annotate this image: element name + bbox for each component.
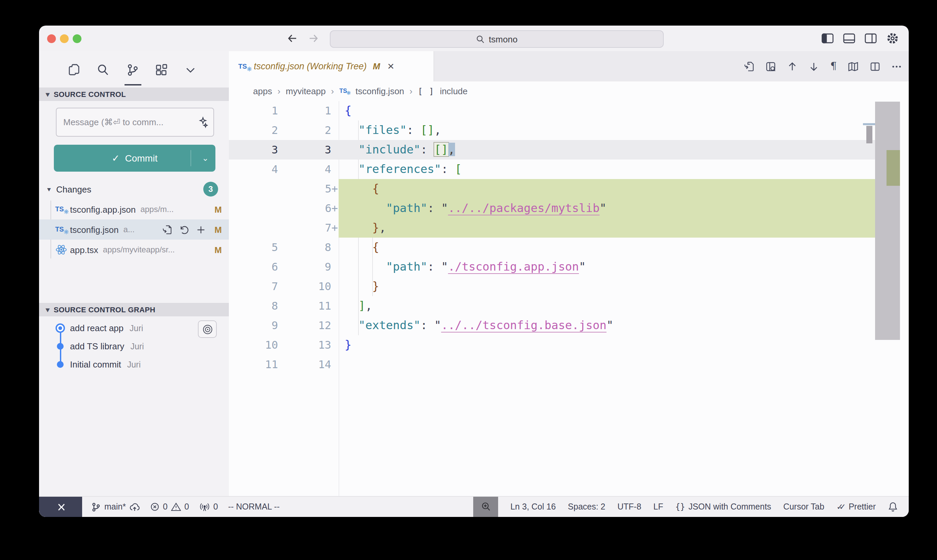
code-line-3[interactable]: 33 "include": [],: [229, 140, 909, 160]
commit-row-3[interactable]: Initial commitJuri: [39, 355, 229, 374]
code-line-7[interactable]: 7+ },: [229, 218, 909, 238]
zoom-indicator[interactable]: [473, 496, 498, 517]
open-file-icon[interactable]: [162, 225, 172, 235]
breadcrumb-item-tsconfig[interactable]: tsconfig.json: [355, 86, 404, 96]
more-actions-icon[interactable]: [891, 61, 902, 72]
vscode-window: tsmono: [39, 26, 909, 517]
breadcrumb-item-apps[interactable]: apps: [253, 86, 272, 96]
chevron-down-icon: ▾: [46, 90, 49, 98]
status-bar: main* 0 0 0 -- NORMAL --: [39, 496, 909, 517]
search-value: tsmono: [489, 34, 517, 44]
chevron-right-icon: ›: [331, 86, 334, 96]
maximize-traffic-light[interactable]: [73, 34, 82, 43]
cloud-upload-icon: [129, 502, 140, 512]
chevron-down-icon[interactable]: [184, 63, 197, 77]
minimize-traffic-light[interactable]: [60, 34, 69, 43]
source-control-icon[interactable]: [126, 63, 139, 77]
language-mode-item[interactable]: {} JSON with Comments: [675, 502, 771, 512]
code-line-5[interactable]: 5+ {: [229, 179, 909, 198]
branch-status-item[interactable]: main*: [91, 502, 140, 512]
go-to-file-icon[interactable]: [744, 61, 755, 72]
code-line-9[interactable]: 69 "path": "./tsconfig.app.json": [229, 257, 909, 277]
commit-message-placeholder: Message (⌘⏎ to comm...: [63, 117, 196, 127]
search-icon[interactable]: [96, 63, 110, 77]
editor-group: TS tsconfig.json (Working Tree) M × ¶: [229, 51, 909, 496]
pilcrow-icon[interactable]: ¶: [830, 61, 837, 71]
indentation-item[interactable]: Spaces: 2: [568, 502, 605, 512]
code-line-12[interactable]: 912 "extends": "../../tsconfig.base.json…: [229, 316, 909, 335]
commit-dot-icon: [55, 323, 65, 333]
source-control-graph-section-header[interactable]: ▾ SOURCE CONTROL GRAPH: [39, 303, 229, 316]
code-line-13[interactable]: 1013}: [229, 335, 909, 355]
commit-row-1[interactable]: add react appJuri: [39, 319, 229, 337]
file-name: tsconfig.json: [70, 225, 119, 235]
next-change-icon[interactable]: [809, 61, 820, 72]
cursor-position-item[interactable]: Ln 3, Col 16: [510, 502, 555, 512]
command-center-search[interactable]: tsmono: [330, 30, 664, 48]
encoding-item[interactable]: UTF-8: [618, 502, 642, 512]
forward-arrow-icon[interactable]: [307, 32, 320, 45]
code-line-1[interactable]: 11{: [229, 101, 909, 120]
find-icon[interactable]: [766, 61, 777, 72]
diff-editor[interactable]: 11{22 "files": [],33 "include": [],44 "r…: [229, 101, 909, 496]
settings-gear-icon[interactable]: [886, 32, 899, 45]
map-icon[interactable]: [848, 61, 859, 72]
commit-message: add TS library: [70, 341, 124, 351]
editor-scrollbar[interactable]: [875, 102, 900, 340]
commit-dropdown-chevron-icon[interactable]: ⌄: [202, 154, 209, 163]
git-branch-icon: [91, 502, 101, 512]
changed-file-row-app.tsx[interactable]: app.tsxapps/myviteapp/sr...M: [39, 240, 229, 260]
close-traffic-light[interactable]: [47, 34, 56, 43]
target-icon[interactable]: [198, 320, 217, 338]
breadcrumb-item-include[interactable]: include: [440, 86, 468, 96]
array-symbol-icon: [ ]: [418, 86, 434, 96]
eol-item[interactable]: LF: [653, 502, 663, 512]
overview-ruler-added-marker: [886, 150, 900, 186]
screen: tsmono: [0, 0, 937, 560]
commit-button[interactable]: ✓ Commit ⌄: [54, 145, 215, 172]
problems-status-item[interactable]: 0 0: [150, 502, 189, 512]
changed-file-row-tsconfig.json[interactable]: TStsconfig.jsona...M: [39, 219, 229, 240]
toggle-secondary-sidebar-icon[interactable]: [864, 33, 877, 44]
code-line-11[interactable]: 811 ],: [229, 296, 909, 316]
back-arrow-icon[interactable]: [285, 32, 299, 45]
breadcrumb-item-myviteapp[interactable]: myviteapp: [286, 86, 326, 96]
cursor-tab-item[interactable]: Cursor Tab: [783, 502, 824, 512]
broadcast-status-item[interactable]: 0: [199, 502, 218, 512]
prev-change-icon[interactable]: [787, 61, 798, 72]
ts-file-icon: TS: [55, 224, 67, 235]
code-line-14[interactable]: 1114: [229, 355, 909, 374]
stage-icon[interactable]: [196, 225, 206, 235]
remote-indicator[interactable]: [39, 496, 82, 517]
remote-icon: [54, 500, 67, 513]
sparkle-icon[interactable]: [196, 116, 208, 128]
extensions-icon[interactable]: [155, 63, 168, 77]
error-icon: [150, 502, 160, 512]
source-control-section-header[interactable]: ▾ SOURCE CONTROL: [39, 88, 229, 101]
toggle-panel-icon[interactable]: [843, 33, 855, 44]
code-line-4[interactable]: 44 "references": [: [229, 160, 909, 179]
notifications-bell-icon[interactable]: [888, 502, 898, 512]
tab-modified-badge: M: [373, 61, 380, 71]
commit-row-2[interactable]: add TS libraryJuri: [39, 337, 229, 355]
close-icon[interactable]: ×: [388, 61, 394, 72]
split-editor-icon[interactable]: [870, 61, 880, 72]
commit-graph-list: add react appJuriadd TS libraryJuriIniti…: [39, 319, 229, 374]
tab-tsconfig-working-tree[interactable]: TS tsconfig.json (Working Tree) M ×: [229, 51, 434, 82]
tab-bar: TS tsconfig.json (Working Tree) M × ¶: [229, 51, 909, 82]
files-icon[interactable]: [67, 63, 81, 77]
changes-section-header[interactable]: ▾ Changes 3: [39, 180, 229, 198]
commit-button-label: Commit: [125, 153, 157, 163]
toggle-primary-sidebar-icon[interactable]: [821, 33, 834, 44]
source-control-header-label: SOURCE CONTROL: [54, 90, 126, 98]
code-line-8[interactable]: 58 {: [229, 238, 909, 257]
code-line-10[interactable]: 710 }: [229, 277, 909, 296]
code-line-6[interactable]: 6+ "path": "../../packages/mytslib": [229, 198, 909, 218]
editor-toolbar: ¶: [744, 51, 902, 82]
code-line-2[interactable]: 22 "files": [],: [229, 120, 909, 140]
discard-icon[interactable]: [179, 225, 189, 235]
formatter-item[interactable]: ✓✓ Prettier: [836, 502, 876, 512]
changed-file-row-tsconfig.app.json[interactable]: TStsconfig.app.jsonapps/m...M: [39, 199, 229, 219]
chevron-right-icon: ›: [277, 86, 280, 96]
commit-message-input[interactable]: Message (⌘⏎ to comm...: [56, 108, 214, 137]
